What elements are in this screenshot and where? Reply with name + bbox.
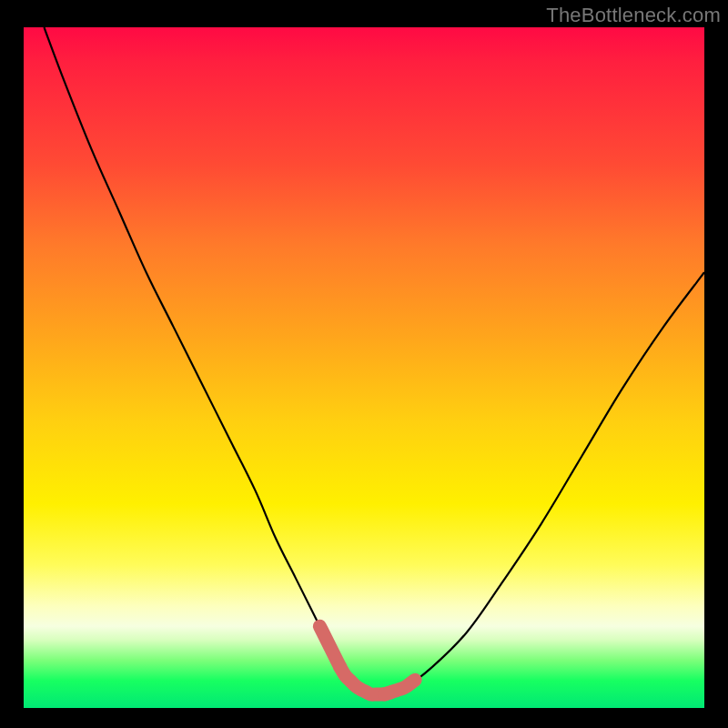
accent-segment — [319, 626, 339, 667]
chart-frame: TheBottleneck.com — [0, 0, 728, 728]
plot-area — [24, 27, 704, 708]
accent-segment — [384, 680, 415, 694]
curve-layer — [24, 27, 704, 708]
accent-overlay — [319, 626, 415, 694]
bottleneck-curve — [44, 27, 704, 695]
watermark-text: TheBottleneck.com — [546, 4, 721, 27]
